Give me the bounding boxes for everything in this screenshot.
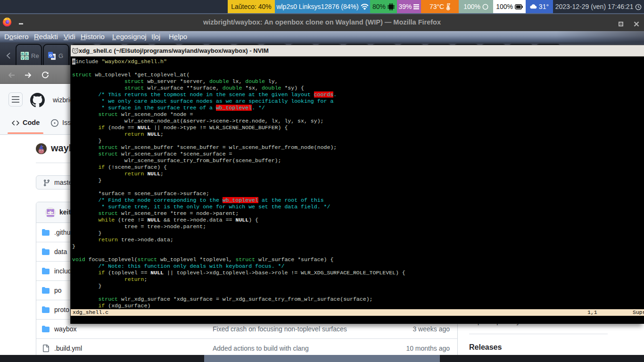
svg-text:V: V: [21, 56, 24, 60]
svg-text:G: G: [49, 53, 52, 58]
svg-text:O: O: [25, 56, 28, 60]
svg-text:E: E: [25, 52, 28, 56]
svg-text:R: R: [21, 52, 24, 56]
